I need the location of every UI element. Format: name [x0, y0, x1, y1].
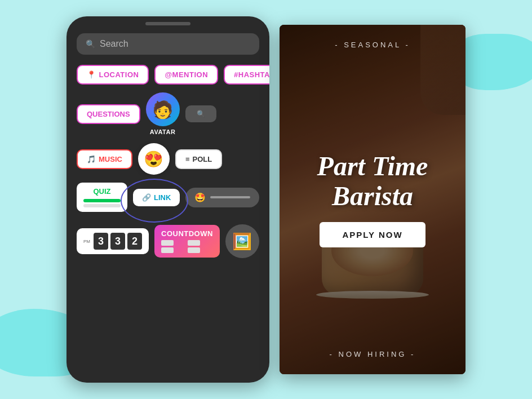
- questions-label: QUESTIONS: [87, 110, 130, 118]
- location-sticker[interactable]: 📍 LOCATION: [77, 65, 149, 85]
- hashtag-sticker[interactable]: #HASHTAG: [224, 65, 269, 85]
- sq3: [161, 247, 174, 253]
- center-content: Part Time Barista APPLY NOW: [317, 152, 428, 248]
- sq4: [188, 247, 200, 253]
- search-sticker[interactable]: 🔍: [185, 105, 216, 122]
- mention-sticker[interactable]: @MENTION: [154, 65, 218, 85]
- coffee-content: - SEASONAL - Part Time Barista APPLY NOW…: [280, 25, 466, 374]
- heart-eyes-emoji: 😍: [144, 150, 163, 169]
- countdown-sticker[interactable]: COUNTDOWN: [154, 225, 220, 258]
- digit-3a: 3: [94, 233, 108, 250]
- digit-2: 2: [127, 233, 142, 250]
- search-bar[interactable]: 🔍 Search: [77, 33, 259, 55]
- quiz-bar: [83, 199, 121, 202]
- sq1: [161, 240, 174, 246]
- stickers-grid: 📍 LOCATION @MENTION #HASHTAG QUESTIONS 🧑: [66, 60, 269, 383]
- pm-label: PM: [83, 239, 90, 244]
- phone-right: - SEASONAL - Part Time Barista APPLY NOW…: [280, 25, 466, 374]
- avatar-sticker[interactable]: 🧑 AVATAR: [146, 92, 180, 135]
- quiz-sticker[interactable]: QUIZ: [77, 183, 127, 212]
- sq2: [188, 240, 200, 246]
- poll-icon: ≡: [185, 155, 190, 163]
- avatar-circle: 🧑: [146, 92, 180, 126]
- link-sticker[interactable]: 🔗 LINK: [133, 189, 180, 206]
- part-time-title: Part Time Barista: [317, 152, 428, 211]
- quiz-label: QUIZ: [83, 187, 121, 196]
- search-bar-area: 🔍 Search: [66, 25, 269, 60]
- slider-track: [210, 196, 250, 198]
- music-sticker[interactable]: 🎵 MUSIC: [77, 149, 132, 169]
- seasonal-text: - SEASONAL -: [335, 41, 410, 49]
- music-icon: 🎵: [87, 155, 96, 163]
- timer-sticker[interactable]: PM 3 3 2: [77, 228, 149, 254]
- avatar-emoji: 🧑: [152, 100, 173, 119]
- location-icon: 📍: [87, 70, 96, 79]
- row-5: PM 3 3 2 COUNTDOWN 🖼️: [77, 224, 259, 258]
- apply-button[interactable]: APPLY NOW: [320, 222, 425, 247]
- search-input[interactable]: Search: [100, 39, 128, 49]
- quiz-bar-empty: [83, 204, 121, 207]
- avatar-label: AVATAR: [150, 128, 176, 135]
- poll-sticker[interactable]: ≡ POLL: [175, 149, 222, 169]
- emoji-slider[interactable]: 🤩: [185, 188, 259, 207]
- countdown-label: COUNTDOWN: [161, 229, 213, 238]
- search-sticker-icon: 🔍: [197, 110, 205, 118]
- phone-left: 🔍 Search 📍 LOCATION @MENTION #HASHTAG: [66, 16, 269, 383]
- photo-sticker[interactable]: 🖼️: [225, 224, 259, 258]
- search-icon: 🔍: [86, 39, 95, 48]
- questions-sticker[interactable]: QUESTIONS: [77, 104, 140, 124]
- photo-icon: 🖼️: [232, 232, 252, 251]
- mention-label: @MENTION: [165, 70, 208, 79]
- link-label: LINK: [154, 193, 171, 202]
- hashtag-label: #HASHTAG: [234, 70, 269, 79]
- row-3: 🎵 MUSIC 😍 ≡ POLL: [77, 143, 259, 175]
- link-sticker-wrapper: 🔗 LINK: [133, 189, 180, 206]
- row-1: 📍 LOCATION @MENTION #HASHTAG: [77, 65, 259, 85]
- row-2: QUESTIONS 🧑 AVATAR 🔍: [77, 92, 259, 135]
- title-line2: Barista: [332, 181, 413, 211]
- digit-3b: 3: [110, 233, 125, 250]
- countdown-squares: [161, 240, 213, 253]
- emoji-sticker[interactable]: 😍: [138, 143, 170, 175]
- music-label: MUSIC: [99, 155, 122, 163]
- countdown-digits: PM 3 3 2: [83, 233, 142, 250]
- link-icon: 🔗: [142, 193, 151, 202]
- poll-label: POLL: [192, 155, 212, 163]
- page-wrapper: 🔍 Search 📍 LOCATION @MENTION #HASHTAG: [0, 0, 532, 399]
- title-line1: Part Time: [317, 151, 428, 181]
- row-4: QUIZ 🔗 LINK 🤩: [77, 183, 259, 212]
- slider-emoji: 🤩: [194, 192, 206, 203]
- location-label: LOCATION: [99, 70, 139, 79]
- now-hiring-text: - NOW HIRING -: [330, 350, 416, 358]
